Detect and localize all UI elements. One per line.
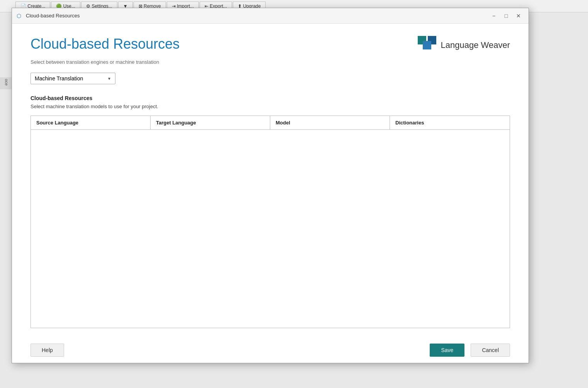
translation-type-dropdown[interactable]: Machine Translation ▼ <box>31 73 115 84</box>
column-target-language: Target Language <box>151 116 270 129</box>
logo-area: Language Weaver <box>418 36 510 54</box>
dialog-title: Cloud-based Resources <box>31 36 180 52</box>
help-button[interactable]: Help <box>31 344 64 357</box>
dialog-content: Cloud-based Resources Language Weaver Se… <box>12 24 529 337</box>
title-bar-text: Cloud-based Resources <box>26 13 80 19</box>
footer-right-buttons: Save Cancel <box>430 344 510 357</box>
save-button[interactable]: Save <box>430 344 464 357</box>
language-weaver-logo-icon <box>418 36 436 54</box>
dialog-subtitle: Select between translation engines or ma… <box>31 59 510 65</box>
title-bar-left: ⬡ Cloud-based Resources <box>17 13 80 19</box>
column-dictionaries: Dictionaries <box>390 116 510 129</box>
close-button[interactable]: ✕ <box>513 11 524 20</box>
table-body <box>31 130 510 328</box>
section-description: Select machine translation models to use… <box>31 104 510 109</box>
title-bar: ⬡ Cloud-based Resources − □ ✕ <box>12 8 529 24</box>
maximize-button[interactable]: □ <box>501 11 512 20</box>
logo-text: Language Weaver <box>441 40 510 50</box>
svg-rect-2 <box>423 41 431 49</box>
dropdown-value: Machine Translation <box>35 75 83 82</box>
dialog-window: ⬡ Cloud-based Resources − □ ✕ Cloud-base… <box>12 8 529 363</box>
column-source-language: Source Language <box>31 116 151 129</box>
cancel-button[interactable]: Cancel <box>471 344 510 357</box>
minimize-button[interactable]: − <box>488 11 499 20</box>
dropdown-container: Machine Translation ▼ <box>31 73 510 84</box>
dialog-header: Cloud-based Resources Language Weaver <box>31 36 510 54</box>
side-label: oceceses)-sess <box>0 77 12 89</box>
chevron-down-icon: ▼ <box>107 77 111 81</box>
dialog-icon: ⬡ <box>17 13 23 19</box>
section-title: Cloud-based Resources <box>31 95 510 101</box>
resources-table: Source Language Target Language Model Di… <box>31 116 510 328</box>
column-model: Model <box>270 116 390 129</box>
dialog-footer: Help Save Cancel <box>12 337 529 363</box>
title-bar-controls: − □ ✕ <box>488 11 524 20</box>
table-header: Source Language Target Language Model Di… <box>31 116 510 130</box>
